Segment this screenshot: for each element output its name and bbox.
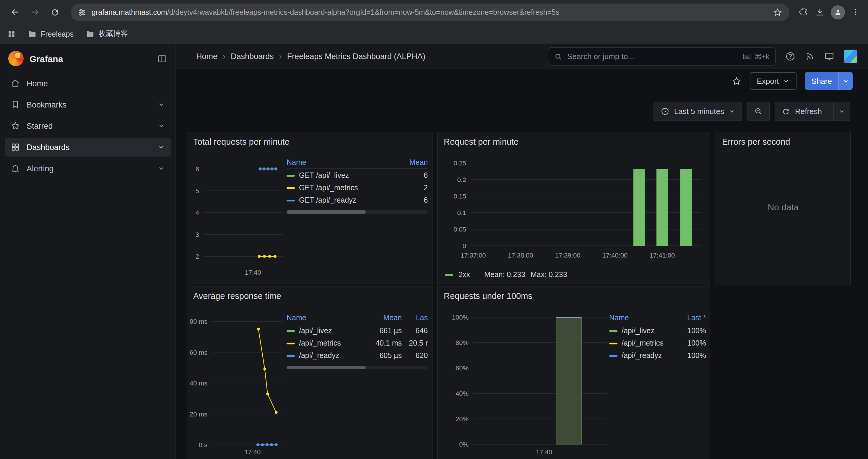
series-mean: 2 xyxy=(397,184,428,192)
breadcrumb-dashboards[interactable]: Dashboards xyxy=(231,52,274,61)
sidebar-item-starred[interactable]: Starred xyxy=(5,117,171,135)
bookmark-item-freeleaps[interactable]: Freeleaps xyxy=(28,30,73,38)
bookmark-icon xyxy=(11,100,20,109)
svg-text:17:40:00: 17:40:00 xyxy=(602,252,628,259)
grafana-logo[interactable] xyxy=(8,51,24,66)
search-shortcut-keys: ⌘+k xyxy=(754,52,769,61)
chevron-down-icon[interactable] xyxy=(158,122,165,129)
series-color-icon xyxy=(609,342,617,344)
legend-row[interactable]: /api/_livez 100% xyxy=(609,324,706,337)
bookmark-star-icon[interactable] xyxy=(773,7,782,17)
svg-text:0.25: 0.25 xyxy=(454,160,466,167)
series-last: 100% xyxy=(673,327,706,335)
legend-row[interactable]: /api/_readyz 100% xyxy=(609,349,706,362)
chevron-down-icon xyxy=(783,78,790,84)
breadcrumb-separator: › xyxy=(279,52,282,61)
export-button[interactable]: Export xyxy=(749,72,797,90)
bell-icon xyxy=(11,164,20,173)
series-color-icon xyxy=(609,355,617,357)
sidebar-item-alerting[interactable]: Alerting xyxy=(5,159,171,178)
series-name: 2xx xyxy=(459,270,470,279)
share-button[interactable]: Share xyxy=(805,72,852,90)
legend-inline[interactable]: 2xx Mean: 0.233 Max: 0.233 xyxy=(445,270,567,279)
svg-text:17:40: 17:40 xyxy=(536,448,552,456)
main-area: Home › Dashboards › Freeleaps Metrics Da… xyxy=(176,44,868,459)
chevron-down-icon[interactable] xyxy=(158,143,165,151)
browser-menu-icon[interactable] xyxy=(851,8,860,17)
help-icon[interactable] xyxy=(785,52,795,61)
browser-reload-button[interactable] xyxy=(46,3,64,21)
legend-row[interactable]: GET /api/_readyz 6 xyxy=(286,194,428,206)
scrollbar-thumb[interactable] xyxy=(286,366,366,369)
legend-col-name[interactable]: Name xyxy=(286,314,365,322)
search-input[interactable] xyxy=(567,52,738,61)
favorite-star-icon[interactable] xyxy=(731,76,741,86)
legend-col-last[interactable]: Last * xyxy=(673,314,706,322)
sidebar-item-dashboards[interactable]: Dashboards xyxy=(5,138,171,157)
total-requests-chart[interactable]: 6543217:40 xyxy=(188,151,286,284)
legend-col-mean[interactable]: Mean xyxy=(365,314,402,322)
legend-table: Name Last * /api/_livez 100% /api/_metri… xyxy=(609,314,706,362)
legend-col-name[interactable]: Name xyxy=(609,314,673,322)
legend-row[interactable]: /api/_metrics 40.1 ms 20.5 r xyxy=(286,337,428,349)
scrollbar-thumb[interactable] xyxy=(286,210,366,214)
zoom-out-button[interactable] xyxy=(747,102,770,121)
browser-chrome: grafana.mathmast.com/d/deytv4rwavabkb/fr… xyxy=(0,0,868,44)
svg-text:17:40: 17:40 xyxy=(244,448,260,456)
search-box[interactable]: ⌘+k xyxy=(548,47,776,66)
refresh-interval-caret[interactable] xyxy=(833,102,850,121)
chevron-down-icon[interactable] xyxy=(158,101,165,108)
monitor-icon[interactable] xyxy=(824,52,834,61)
legend-row[interactable]: /api/_readyz 605 µs 620 xyxy=(286,349,428,362)
panel-title[interactable]: Errors per second xyxy=(716,132,850,148)
address-bar[interactable]: grafana.mathmast.com/d/deytv4rwavabkb/fr… xyxy=(71,3,789,21)
refresh-main[interactable]: Refresh xyxy=(776,102,829,121)
browser-back-button[interactable] xyxy=(6,3,24,21)
downloads-icon[interactable] xyxy=(815,7,825,17)
legend-table: Name Mean GET /api/_livez 6 GET /api/_me… xyxy=(286,158,428,214)
browser-profile-avatar[interactable] xyxy=(831,5,845,19)
time-range-picker[interactable]: Last 5 minutes xyxy=(653,102,742,121)
legend-row[interactable]: GET /api/_metrics 2 xyxy=(286,182,428,194)
series-color-icon xyxy=(286,187,295,189)
svg-text:80%: 80% xyxy=(456,339,469,347)
browser-forward-button[interactable] xyxy=(26,3,44,21)
horizontal-scrollbar[interactable] xyxy=(286,366,428,369)
svg-text:0%: 0% xyxy=(459,441,469,448)
chevron-down-icon xyxy=(729,108,735,114)
legend-col-name[interactable]: Name xyxy=(286,158,397,167)
site-settings-icon[interactable] xyxy=(78,8,86,16)
sidebar-item-home[interactable]: Home xyxy=(5,74,171,93)
panel-title[interactable]: Total requests per minute xyxy=(187,132,432,148)
legend-row[interactable]: /api/_livez 661 µs 646 xyxy=(286,324,428,337)
svg-text:0.2: 0.2 xyxy=(457,176,466,184)
dashboard-canvas: Export Share xyxy=(176,69,868,459)
panel-title[interactable]: Requests under 100ms xyxy=(438,287,710,302)
breadcrumb-home[interactable]: Home xyxy=(196,52,217,61)
application-window: grafana.mathmast.com/d/deytv4rwavabkb/fr… xyxy=(0,0,868,459)
legend-col-mean[interactable]: Mean xyxy=(397,158,428,167)
dock-menu-icon[interactable] xyxy=(157,54,167,64)
bookmark-label: 收藏博客 xyxy=(98,29,128,39)
sidebar-item-bookmarks[interactable]: Bookmarks xyxy=(5,95,171,114)
legend-row[interactable]: GET /api/_livez 6 xyxy=(286,169,428,182)
average-response-time-chart[interactable]: 80 ms60 ms40 ms20 ms0 s17:40 xyxy=(188,305,286,458)
chevron-down-icon[interactable] xyxy=(158,165,165,172)
bookmark-item-blogs[interactable]: 收藏博客 xyxy=(85,29,128,39)
panel-title[interactable]: Request per minute xyxy=(438,132,710,148)
legend-row[interactable]: /api/_metrics 100% xyxy=(609,337,706,349)
sidebar-item-label: Dashboards xyxy=(27,143,70,152)
user-avatar[interactable] xyxy=(844,50,857,63)
panel-title[interactable]: Average response time xyxy=(187,287,432,302)
extensions-icon[interactable] xyxy=(799,7,809,17)
svg-text:0.1: 0.1 xyxy=(457,209,466,217)
refresh-button[interactable]: Refresh xyxy=(775,102,850,121)
legend-col-last[interactable]: Las xyxy=(402,314,428,322)
horizontal-scrollbar[interactable] xyxy=(286,210,428,214)
news-rss-icon[interactable] xyxy=(805,52,815,61)
requests-per-minute-chart[interactable]: 0.250.20.150.10.05017:37:0017:38:0017:39… xyxy=(442,151,706,267)
apps-grid-icon[interactable] xyxy=(7,30,16,38)
requests-under-100ms-chart[interactable]: 100%80%60%40%20%0%17:40 xyxy=(442,305,611,458)
refresh-label: Refresh xyxy=(795,107,822,116)
share-menu-caret[interactable] xyxy=(838,72,852,90)
